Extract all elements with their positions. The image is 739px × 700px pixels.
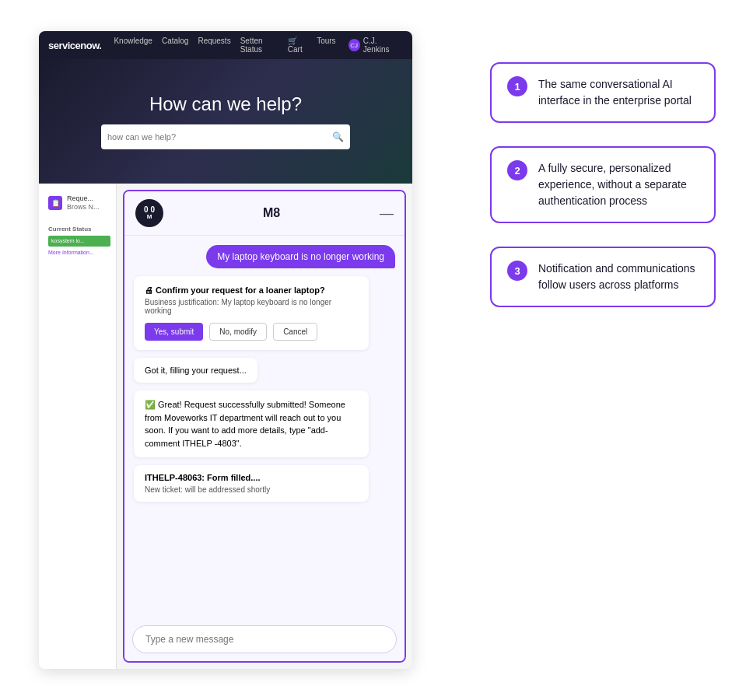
- chat-input[interactable]: [132, 625, 397, 653]
- sn-logo: servicenow.: [48, 40, 101, 51]
- bot-message-success: ✅ Great! Request successfully submitted!…: [134, 390, 369, 457]
- chat-avatar: 0 0 M: [135, 199, 163, 227]
- cancel-button[interactable]: Cancel: [273, 323, 317, 341]
- no-modify-button[interactable]: No, modify: [209, 323, 267, 341]
- servicenow-panel: servicenow. Knowledge Catalog Requests S…: [39, 31, 412, 669]
- sn-header: servicenow. Knowledge Catalog Requests S…: [39, 31, 412, 59]
- feature-list: 1 The same conversational AI interface i…: [490, 62, 716, 307]
- nav-knowledge[interactable]: Knowledge: [114, 37, 152, 54]
- requests-icon: 📋: [48, 196, 62, 210]
- yes-submit-button[interactable]: Yes, submit: [145, 323, 203, 341]
- feature-card-2: 2 A fully secure, personalized experienc…: [490, 146, 716, 223]
- chat-panel: 0 0 M M8 — My laptop keyboard is no long…: [123, 190, 406, 663]
- chat-title: M8: [171, 206, 372, 220]
- feature-text-2: A fully secure, personalized experience,…: [538, 160, 699, 209]
- feature-text-3: Notification and communications follow u…: [538, 261, 699, 293]
- sn-body: 📋 Reque... Brows N... Current Status kos…: [39, 184, 412, 669]
- ticket-id: ITHELP-48063: Form filled....: [145, 473, 358, 482]
- user-name: C.J. Jenkins: [363, 37, 403, 54]
- nav-tours[interactable]: Tours: [317, 37, 335, 54]
- feature-card-3: 3 Notification and communications follow…: [490, 247, 716, 307]
- search-bar[interactable]: 🔍: [101, 124, 350, 149]
- confirm-desc: Business justification: My laptop keyboa…: [145, 298, 358, 315]
- chat-messages: My laptop keyboard is no longer working …: [124, 236, 405, 618]
- chat-header: 0 0 M M8 —: [124, 191, 405, 236]
- avatar-bottom: M: [147, 214, 152, 220]
- search-icon: 🔍: [332, 131, 344, 142]
- sidebar-item-requests[interactable]: 📋 Reque... Brows N...: [45, 190, 110, 216]
- sn-user-section: CJ C.J. Jenkins: [348, 37, 403, 54]
- sn-sidebar: 📋 Reque... Brows N... Current Status kos…: [39, 184, 117, 669]
- feature-text-1: The same conversational AI interface in …: [538, 76, 699, 109]
- minimize-button[interactable]: —: [380, 205, 394, 222]
- status-label: Current Status: [48, 226, 107, 233]
- feature-number-1: 1: [507, 76, 527, 96]
- sn-nav: Knowledge Catalog Requests Setten Status…: [114, 37, 335, 54]
- nav-cart[interactable]: 🛒Cart: [288, 37, 307, 54]
- user-avatar: CJ: [348, 39, 360, 51]
- confirm-title: 🖨 Confirm your request for a loaner lapt…: [145, 285, 358, 295]
- search-input[interactable]: [107, 132, 326, 142]
- chat-input-area: [124, 618, 405, 661]
- avatar-inner: 0 0 M: [144, 206, 155, 220]
- feature-card-1: 1 The same conversational AI interface i…: [490, 62, 716, 123]
- feature-number-2: 2: [507, 160, 527, 180]
- nav-catalog[interactable]: Catalog: [162, 37, 188, 54]
- ticket-desc: New ticket: will be addressed shortly: [145, 485, 358, 494]
- current-status-section: Current Status kosystem lo... More Infor…: [45, 222, 110, 258]
- nav-requests[interactable]: Requests: [198, 37, 230, 54]
- status-bar: kosystem lo...: [48, 236, 110, 247]
- nav-status[interactable]: Setten Status: [240, 37, 278, 54]
- status-value: kosystem lo...: [51, 238, 85, 243]
- sn-hero: How can we help? 🔍: [39, 59, 412, 184]
- bot-message-ticket: ITHELP-48063: Form filled.... New ticket…: [134, 465, 369, 502]
- more-info-link[interactable]: More Information...: [48, 250, 107, 255]
- confirm-card: 🖨 Confirm your request for a loaner lapt…: [134, 276, 369, 350]
- sidebar-sub-label: Brows N...: [67, 203, 100, 212]
- user-message-1: My laptop keyboard is no longer working: [206, 245, 395, 268]
- sidebar-item-label: Reque...: [67, 194, 100, 203]
- hero-title: How can we help?: [149, 93, 302, 115]
- feature-number-3: 3: [507, 261, 527, 281]
- bot-message-filling: Got it, filling your request...: [134, 358, 257, 383]
- confirm-buttons: Yes, submit No, modify Cancel: [145, 323, 358, 341]
